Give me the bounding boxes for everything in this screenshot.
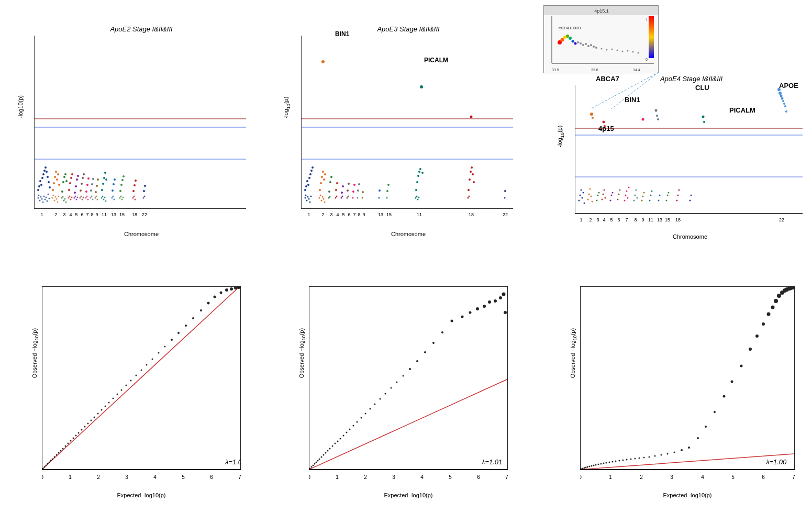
svg-point-107 — [68, 197, 70, 199]
svg-point-289 — [590, 44, 592, 46]
svg-point-195 — [308, 198, 310, 200]
svg-point-600 — [705, 426, 707, 428]
qq-D-svg: 0 1 2 3 4 5 6 0 1 2 3 4 5 6 7 — [42, 286, 241, 485]
svg-point-105 — [64, 198, 66, 200]
svg-point-338 — [657, 118, 659, 120]
svg-point-578 — [598, 464, 599, 465]
svg-point-249 — [386, 197, 388, 199]
svg-text:3: 3 — [125, 474, 128, 480]
svg-point-597 — [681, 449, 683, 451]
svg-point-522 — [357, 421, 358, 423]
svg-text:13: 13 — [378, 212, 383, 217]
svg-point-223 — [347, 189, 349, 192]
svg-point-36 — [55, 171, 57, 173]
svg-point-476 — [230, 287, 233, 291]
svg-point-532 — [409, 368, 411, 370]
panel-C-y-label: -log10(p) — [557, 126, 564, 148]
svg-point-239 — [419, 168, 421, 170]
svg-point-193 — [306, 200, 308, 202]
svg-point-116 — [81, 196, 82, 197]
svg-text:0: 0 — [42, 474, 43, 480]
panel-A-y-label: -log10(p) — [17, 95, 24, 118]
svg-point-109 — [70, 199, 72, 200]
svg-point-214 — [329, 196, 331, 198]
svg-text:7: 7 — [625, 217, 628, 222]
svg-text:3: 3 — [596, 217, 599, 222]
svg-point-545 — [502, 293, 506, 296]
svg-point-570 — [582, 468, 584, 470]
svg-point-235 — [415, 189, 417, 191]
svg-text:4: 4 — [336, 212, 339, 217]
svg-rect-552 — [580, 286, 795, 470]
panel-A-title: ApoE2 Stage I&II&III — [26, 25, 257, 33]
svg-text:5: 5 — [75, 212, 77, 217]
svg-text:3: 3 — [670, 474, 673, 480]
svg-point-290 — [593, 46, 595, 48]
manhattan-panel-C: 4p15.1 — [543, 4, 810, 240]
svg-point-131 — [104, 197, 106, 198]
svg-text:2: 2 — [589, 217, 592, 222]
svg-point-88 — [42, 202, 44, 203]
svg-point-39 — [58, 184, 60, 186]
svg-point-298 — [632, 51, 634, 53]
svg-text:1: 1 — [69, 474, 72, 480]
svg-point-95 — [52, 197, 53, 199]
svg-point-465 — [158, 352, 160, 354]
svg-text:7: 7 — [353, 212, 355, 217]
svg-point-46 — [69, 182, 71, 184]
svg-point-76 — [121, 179, 124, 181]
svg-point-442 — [68, 443, 69, 444]
svg-point-390 — [666, 200, 668, 202]
svg-point-216 — [336, 182, 338, 184]
svg-point-381 — [637, 197, 638, 199]
qq-E-svg: 0 2 4 6 8 10 12 14 0 1 2 3 4 5 6 7 — [309, 286, 508, 485]
svg-point-121 — [87, 199, 89, 200]
svg-point-538 — [461, 316, 464, 318]
svg-point-339 — [702, 116, 705, 118]
svg-point-592 — [649, 456, 650, 458]
svg-point-180 — [321, 60, 325, 63]
svg-point-205 — [320, 195, 321, 196]
svg-point-351 — [581, 189, 582, 191]
figure-container: A ApoE2 Stage I&II&III 0 2 4 6 8 10 12 1… — [0, 0, 812, 513]
svg-point-247 — [386, 190, 388, 192]
svg-point-446 — [78, 432, 80, 434]
svg-text:4: 4 — [603, 217, 605, 222]
manhattan-panel-B: ApoE3 Stage I&II&III BIN1 PICALM 0 2 4 6… — [272, 4, 524, 240]
svg-point-32 — [49, 186, 51, 188]
qq-panel-E: 0 2 4 6 8 10 12 14 0 1 2 3 4 5 6 7 — [272, 263, 524, 509]
svg-point-232 — [357, 197, 359, 199]
svg-text:2: 2 — [364, 474, 367, 480]
svg-point-466 — [164, 346, 166, 348]
svg-point-595 — [667, 453, 669, 455]
svg-point-197 — [310, 196, 312, 197]
svg-point-535 — [432, 342, 435, 344]
svg-point-187 — [308, 177, 310, 179]
svg-point-546 — [504, 311, 507, 314]
svg-text:11: 11 — [102, 212, 107, 217]
svg-text:5: 5 — [610, 217, 613, 222]
svg-point-452 — [97, 413, 99, 415]
svg-text:7: 7 — [792, 474, 795, 480]
svg-point-108 — [69, 196, 71, 197]
svg-point-43 — [64, 173, 66, 175]
svg-point-382 — [641, 200, 643, 202]
svg-text:11: 11 — [417, 212, 422, 217]
svg-point-130 — [103, 199, 105, 200]
svg-point-345 — [782, 100, 784, 102]
svg-point-363 — [602, 199, 603, 200]
svg-point-596 — [674, 452, 675, 453]
svg-point-125 — [95, 197, 96, 199]
svg-point-231 — [358, 183, 360, 185]
svg-point-74 — [119, 190, 121, 192]
svg-point-259 — [504, 197, 506, 199]
svg-point-65 — [97, 179, 99, 181]
svg-point-372 — [619, 189, 621, 191]
svg-point-541 — [483, 305, 486, 308]
svg-point-103 — [62, 196, 64, 198]
svg-point-229 — [352, 197, 354, 199]
svg-point-189 — [310, 170, 313, 172]
svg-text:13: 13 — [657, 217, 662, 222]
svg-point-347 — [784, 105, 786, 107]
svg-point-87 — [41, 198, 43, 200]
